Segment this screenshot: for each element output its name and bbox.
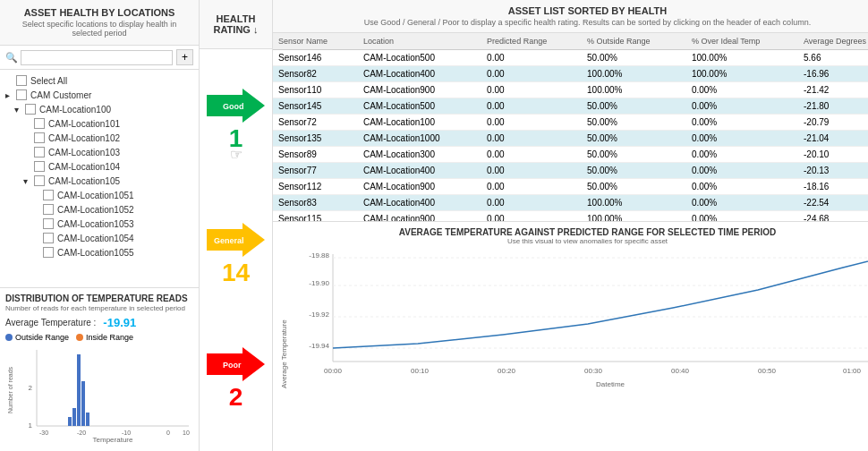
table-row[interactable]: Sensor77CAM-Location4000.0050.00%0.00%-2… [273, 163, 868, 179]
asset-list-title: ASSET LIST SORTED BY HEALTH [278, 5, 868, 16]
tree-checkbox[interactable] [43, 218, 54, 229]
tree-item-cam-location1053[interactable]: CAM-Location1053 [0, 217, 199, 231]
cell-4: 0.00% [686, 163, 798, 179]
tree-checkbox[interactable] [34, 132, 45, 143]
tree-label: Select All [30, 76, 67, 86]
cell-0: Sensor83 [273, 195, 358, 211]
col-over[interactable]: % Over Ideal Temp [686, 33, 798, 50]
outside-dot [5, 334, 13, 341]
cell-3: 50.00% [582, 50, 686, 66]
tree-item-select-all[interactable]: Select All [0, 73, 199, 88]
cell-0: Sensor110 [273, 82, 358, 98]
cell-3: 100.00% [582, 195, 686, 211]
tree-item-cam-customer[interactable]: ▸CAM Customer [0, 88, 199, 102]
svg-text:Temperature: Temperature [93, 436, 133, 444]
good-badge[interactable]: Good 1 ☞ [207, 89, 265, 163]
col-sensor-name[interactable]: Sensor Name [273, 33, 358, 50]
search-bar: 🔍 + [0, 46, 199, 70]
cell-2: 0.00 [481, 211, 582, 222]
tree-checkbox[interactable] [25, 104, 36, 115]
svg-text:Good: Good [223, 102, 244, 111]
inside-label: Inside Range [86, 333, 133, 342]
general-badge[interactable]: General 14 [207, 223, 265, 287]
table-row[interactable]: Sensor82CAM-Location4000.00100.00%100.00… [273, 66, 868, 82]
tree-item-cam-location103[interactable]: CAM-Location103 [0, 145, 199, 159]
tree-checkbox[interactable] [34, 161, 45, 172]
tree-checkbox[interactable] [16, 75, 27, 86]
expand-icon: ▸ [5, 90, 14, 100]
tree-item-cam-location1055[interactable]: CAM-Location1055 [0, 245, 199, 260]
table-row[interactable]: Sensor110CAM-Location9000.00100.00%0.00%… [273, 82, 868, 98]
col-avg[interactable]: Average Degrees [798, 33, 868, 50]
expand-icon: ▾ [23, 176, 32, 186]
col-location[interactable]: Location [358, 33, 481, 50]
poor-badge[interactable]: Poor 2 [207, 347, 265, 412]
svg-rect-12 [72, 408, 76, 426]
search-icon: 🔍 [5, 52, 18, 64]
health-rating-panel: HEALTH RATING ↓ Good 1 ☞ [200, 0, 273, 451]
add-button[interactable]: + [176, 49, 193, 65]
tree-label: CAM-Location102 [48, 133, 120, 143]
svg-rect-10 [81, 381, 85, 426]
svg-text:00:40: 00:40 [671, 367, 690, 375]
tree-checkbox[interactable] [43, 233, 54, 243]
tree-checkbox[interactable] [16, 89, 27, 100]
svg-text:00:50: 00:50 [758, 367, 777, 375]
tree-checkbox[interactable] [43, 204, 54, 215]
tree-item-cam-location105[interactable]: ▾CAM-Location105 [0, 174, 199, 188]
tree-item-cam-location1052[interactable]: CAM-Location1052 [0, 202, 199, 217]
asset-table: Sensor Name Location Predicted Range % O… [273, 33, 868, 221]
svg-text:-19.94: -19.94 [309, 342, 329, 350]
col-outside[interactable]: % Outside Range [582, 33, 686, 50]
cell-3: 50.00% [582, 98, 686, 115]
tree-checkbox[interactable] [34, 118, 45, 129]
tree-item-cam-location104[interactable]: CAM-Location104 [0, 159, 199, 174]
tree-checkbox[interactable] [34, 147, 45, 157]
tree-item-cam-location100[interactable]: ▾CAM-Location100 [0, 102, 199, 116]
table-row[interactable]: Sensor89CAM-Location3000.0050.00%0.00%-2… [273, 147, 868, 163]
tree-item-cam-location1051[interactable]: CAM-Location1051 [0, 188, 199, 202]
tree-label: CAM-Location1052 [57, 205, 134, 215]
cell-4: 0.00% [686, 98, 798, 115]
tree-checkbox[interactable] [43, 247, 54, 258]
table-row[interactable]: Sensor146CAM-Location5000.0050.00%100.00… [273, 50, 868, 66]
cell-3: 50.00% [582, 147, 686, 163]
cell-4: 0.00% [686, 179, 798, 195]
search-input[interactable] [21, 50, 173, 65]
cell-5: -18.16 [798, 179, 868, 195]
svg-text:10: 10 [183, 430, 190, 436]
cell-5: -21.80 [798, 98, 868, 115]
svg-text:Datetime: Datetime [596, 380, 625, 388]
tree-item-cam-location1054[interactable]: CAM-Location1054 [0, 231, 199, 245]
tree-label: CAM-Location104 [48, 162, 120, 172]
avg-temp-row: Average Temperature : -19.91 [5, 316, 193, 329]
cell-0: Sensor146 [273, 50, 358, 66]
svg-text:2: 2 [29, 384, 33, 392]
health-rating-title: HEALTH RATING ↓ [203, 13, 268, 35]
cell-0: Sensor112 [273, 179, 358, 195]
table-row[interactable]: Sensor112CAM-Location9000.0050.00%0.00%-… [273, 179, 868, 195]
cell-1: CAM-Location400 [358, 163, 481, 179]
svg-text:-19.92: -19.92 [309, 311, 329, 319]
tree-checkbox[interactable] [34, 175, 45, 186]
table-row[interactable]: Sensor83CAM-Location4000.00100.00%0.00%-… [273, 195, 868, 211]
svg-text:1: 1 [29, 421, 33, 430]
cell-4: 0.00% [686, 211, 798, 222]
main-container: ASSET HEALTH BY LOCATIONS Select specifi… [0, 0, 868, 451]
tree-checkbox[interactable] [43, 190, 54, 200]
cell-2: 0.00 [481, 98, 582, 115]
cell-2: 0.00 [481, 195, 582, 211]
table-row[interactable]: Sensor145CAM-Location5000.0050.00%0.00%-… [273, 98, 868, 115]
left-panel: ASSET HEALTH BY LOCATIONS Select specifi… [0, 0, 200, 451]
table-row[interactable]: Sensor115CAM-Location9000.00100.00%0.00%… [273, 211, 868, 222]
asset-table-wrapper[interactable]: Sensor Name Location Predicted Range % O… [273, 33, 868, 221]
col-predicted[interactable]: Predicted Range [481, 33, 582, 50]
table-row[interactable]: Sensor72CAM-Location1000.0050.00%0.00%-2… [273, 115, 868, 131]
tree-label: CAM-Location1053 [57, 219, 134, 229]
tree-item-cam-location102[interactable]: CAM-Location102 [0, 131, 199, 145]
cell-0: Sensor115 [273, 211, 358, 222]
table-row[interactable]: Sensor135CAM-Location10000.0050.00%0.00%… [273, 131, 868, 147]
svg-text:00:20: 00:20 [498, 367, 516, 375]
tree-item-cam-location101[interactable]: CAM-Location101 [0, 116, 199, 131]
cell-3: 100.00% [582, 82, 686, 98]
